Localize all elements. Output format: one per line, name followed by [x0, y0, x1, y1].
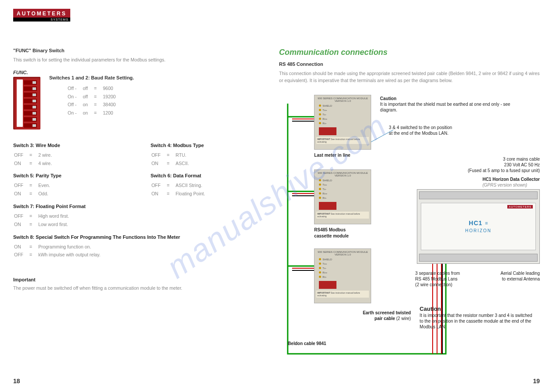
module-rs485: 900 SERIES COMMUNICATION MODULE VERSION …	[314, 169, 371, 224]
func-desc: This switch is for setting the individua…	[13, 57, 261, 64]
module-header: 900 SERIES COMMUNICATION MODULE VERSION …	[316, 97, 369, 103]
sw7-table: OFF=High word first. ON=Low word first.	[13, 212, 75, 229]
beldon-label: Beldon cable 9841	[288, 341, 326, 346]
sw6-title: Switch 6: Data Format	[151, 173, 262, 178]
label-rs485b: cassette module	[314, 234, 348, 238]
page-18: "FUNC" Binary Switch This switch is for …	[13, 48, 261, 371]
brand-sub: SYSTEMS	[13, 18, 70, 22]
module-last-meter: 900 SERIES COMMUNICATION MODULE VERSION …	[314, 95, 371, 150]
hc1-device: AUTOMETERS HC1 ≡ HORIZON	[417, 189, 540, 264]
sw5-title: Switch 5: Parity Type	[13, 173, 124, 178]
func-title: "FUNC" Binary Switch	[13, 48, 261, 53]
sw5-table: OFF=Even. ON=Odd.	[13, 181, 56, 198]
dip-switch-icon	[13, 77, 40, 129]
important-title: Important	[13, 277, 261, 282]
cable-note-1: 3 separate cables from RS 485 Modbus Lan…	[415, 270, 477, 288]
important-text: The power must be switched off when fitt…	[13, 285, 261, 292]
sw8-table: ON=Programming function on. OFF=kWh impu…	[13, 242, 107, 260]
earth-note: Earth screened twisted pair cable pair c…	[345, 310, 411, 321]
label-last-meter: Last meter in line	[314, 153, 350, 158]
rs485-sub: RS 485 Connection	[279, 61, 540, 67]
brand-name: AUTOMETERS	[13, 9, 70, 18]
mains-note: 3 core mains cable 230 Volt AC 50 Hz (Fu…	[468, 156, 540, 173]
page-19: Communication connections RS 485 Connect…	[279, 48, 540, 371]
sw6-table: OFF=ASCII String. ON=Floating Point.	[151, 181, 211, 198]
sw4-title: Switch 4: Modbus Type	[151, 143, 262, 148]
caution-2: Caution It is important that the resisto…	[419, 306, 534, 330]
sw8-title: Switch 8: Special Switch For Programming…	[13, 234, 261, 240]
baud-title: Switches 1 and 2: Baud Rate Setting.	[49, 75, 134, 80]
sw3-title: Switch 3: Wire Mode	[13, 143, 124, 148]
connection-diagram: 900 SERIES COMMUNICATION MODULE VERSION …	[279, 90, 540, 371]
brand-logo: AUTOMETERS SYSTEMS	[13, 9, 70, 22]
cable-note-2: Aerial Cable leading to external Antenna	[500, 270, 540, 282]
sw7-title: Switch 7: Floating Point Format	[13, 204, 261, 209]
module-3: 900 SERIES COMMUNICATION MODULE VERSION …	[314, 248, 371, 303]
page-number-right: 19	[533, 378, 540, 385]
baud-table: Off -off=9600 On -off=19200 Off -on=3840…	[67, 84, 122, 118]
func-label: FUNC.	[13, 70, 261, 75]
sw3-table: OFF=2 wire. ON=4 wire.	[13, 151, 58, 168]
page-number-left: 18	[13, 378, 20, 385]
caution-1: Caution It is important that the shield …	[380, 96, 512, 113]
comm-heading: Communication connections	[279, 48, 540, 57]
hc1-title-block: HC1 Horizon Data Collector (GPRS version…	[482, 176, 540, 188]
sw4-table: OFF=RTU. ON=ASCII.	[151, 151, 195, 168]
rs485-intro: This connection should be made using the…	[279, 70, 540, 84]
annot-switch34: 3 & 4 switched to the on position at the…	[389, 125, 455, 136]
label-rs485a: RS485 Modbus	[314, 227, 346, 232]
hc1-logo-icon: HC1	[469, 219, 482, 227]
